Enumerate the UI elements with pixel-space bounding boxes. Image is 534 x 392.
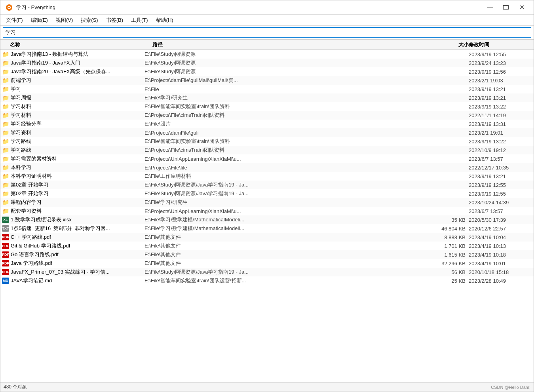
cell-name: 📁 第02章 开始学习 (2, 190, 144, 197)
cell-date: 2023/9/19 12:56 (469, 69, 532, 75)
file-name: 学习资料 (11, 129, 31, 136)
md-icon: MD (2, 278, 9, 284)
main-window: 学习 - Everything — 🗖 ✕ 文件(F)编辑(E)视图(V)搜索(… (0, 0, 534, 392)
header-size[interactable]: 大小 (429, 41, 469, 48)
cell-name: 📁 学习 (2, 86, 144, 93)
table-header: 名称 路径 大小 修改时间 (0, 40, 534, 50)
cell-name: 📁 学习需要的素材资料 (2, 155, 144, 162)
table-row[interactable]: 📁 第02章 开始学习 E:\File\Study\网课资源\Java学习指南1… (0, 181, 534, 189)
table-row[interactable]: 📁 Java学习指南20 - JavaFX高级（先点保存... E:\File\… (0, 67, 534, 76)
header-path[interactable]: 路径 (152, 41, 429, 48)
table-row[interactable]: PDF C++ 学习路线.pdf E:\File\其他文件 8,888 KB 2… (0, 233, 534, 242)
table-row[interactable]: PDF JavaFX_Primer_07_03 实战练习 - 学习信... E:… (0, 268, 534, 276)
cell-path: E:\File\Study\网课资源 (144, 68, 429, 75)
file-name: JavaFX_Primer_07_03 实战练习 - 学习信... (11, 268, 110, 276)
search-input[interactable] (3, 27, 531, 38)
file-name: 学习材料 (11, 112, 31, 119)
cell-date: 2023/9/19 13:21 (469, 173, 532, 179)
folder-icon: 📁 (2, 190, 9, 197)
pdf-icon: PDF (2, 269, 9, 275)
header-date[interactable]: 修改时间 (469, 41, 532, 48)
table-row[interactable]: 📁 Java学习指南13 - 数据结构与算法 E:\File\Study\网课资… (0, 50, 534, 59)
table-body: 📁 Java学习指南13 - 数据结构与算法 E:\File\Study\网课资… (0, 50, 534, 382)
cell-name: 📁 学习周报 (2, 94, 144, 101)
cell-path: E:\File\智能车间实验室\train\团队资料 (144, 103, 429, 110)
folder-icon: 📁 (2, 138, 9, 145)
table-row[interactable]: TXT 1点5倍速_更新16_第9部分_非对称学习因... E:\File\学习… (0, 224, 534, 233)
cell-size: 56 KB (429, 269, 469, 275)
file-name: 1点5倍速_更新16_第9部分_非对称学习因... (11, 225, 110, 232)
minimize-button[interactable]: — (483, 2, 497, 13)
status-credit: CSDN @Hello Dam; (491, 385, 530, 390)
table-row[interactable]: PDF Go 语言学习路线.pdf E:\File\其他文件 1,615 KB … (0, 250, 534, 259)
folder-icon: 📁 (2, 182, 9, 188)
cell-size: 1,615 KB (429, 252, 469, 258)
cell-name: 📁 前端学习 (2, 77, 144, 84)
cell-name: 📁 Java学习指南19 - JavaFX入门 (2, 59, 144, 67)
table-row[interactable]: PDF Java 学习路线.pdf E:\File\其他文件 32,296 KB… (0, 259, 534, 268)
cell-name: PDF Java 学习路线.pdf (2, 260, 144, 267)
cell-date: 2023/4/19 10:18 (469, 252, 532, 258)
table-row[interactable]: 📁 学习周报 E:\File\学习\研究生 2023/9/19 13:21 (0, 93, 534, 102)
cell-date: 2023/4/19 10:04 (469, 234, 532, 240)
table-row[interactable]: 📁 学习 E:\File 2023/9/19 13:21 (0, 85, 534, 93)
table-row[interactable]: 📁 第02章 开始学习 E:\File\Study\网课资源\Java学习指南1… (0, 189, 534, 198)
menu-item[interactable]: 帮助(H) (152, 15, 177, 25)
table-row[interactable]: 📁 学习材料 E:\Projects\File\cimsTrain\团队资料 2… (0, 111, 534, 120)
table-row[interactable]: 📁 Java学习指南19 - JavaFX入门 E:\File\Study\网课… (0, 59, 534, 67)
table-row[interactable]: 📁 本科学习 E:\Projects\File\file 2022/12/17 … (0, 163, 534, 172)
file-name: 本科学习 (11, 164, 31, 171)
cell-path: E:\File\照片 (144, 120, 429, 127)
table-row[interactable]: 📁 前端学习 E:\Projects\damFile\guliMall\guli… (0, 76, 534, 85)
cell-date: 2020/10/18 15:18 (469, 269, 532, 275)
search-bar (0, 26, 534, 40)
status-count: 480 个对象 (4, 384, 27, 390)
table-row[interactable]: 📁 学习资料 E:\Projects\damFile\guli 2023/2/1… (0, 128, 534, 137)
menu-item[interactable]: 搜索(S) (77, 15, 102, 25)
table-row[interactable]: 📁 课程内容学习 E:\File\学习\研究生 2023/10/24 14:39 (0, 198, 534, 207)
file-name: 课程内容学习 (11, 199, 42, 206)
menu-item[interactable]: 工具(T) (127, 15, 152, 25)
file-name: JAVA学习笔记.md (11, 277, 52, 284)
table-row[interactable]: PDF Git & GitHub 学习路线.pdf E:\File\其他文件 1… (0, 242, 534, 250)
file-name: Java 学习路线.pdf (11, 260, 52, 267)
cell-name: 📁 学习经验分享 (2, 120, 144, 127)
cell-date: 2023/2/28 10:49 (469, 278, 532, 284)
table-row[interactable]: XL 1.数学学习成绩记录表.xlsx E:\File\学习\数学建模\Math… (0, 215, 534, 224)
menu-item[interactable]: 文件(F) (2, 15, 27, 25)
maximize-button[interactable]: 🗖 (499, 2, 513, 13)
excel-icon: XL (2, 217, 9, 223)
close-button[interactable]: ✕ (515, 2, 529, 13)
file-name: 配套学习资料 (11, 207, 42, 215)
file-name: Java学习指南20 - JavaFX高级（先点保存... (11, 68, 110, 75)
folder-icon: 📁 (2, 95, 9, 101)
cell-path: E:\Projects\File\cimsTrain\团队资料 (144, 147, 429, 154)
cell-path: E:\File\工作应聘材料 (144, 173, 429, 180)
table-row[interactable]: 📁 学习路线 E:\Projects\File\cimsTrain\团队资料 2… (0, 146, 534, 154)
cell-path: E:\File\其他文件 (144, 234, 429, 241)
file-name: 学习材料 (11, 103, 31, 110)
app-icon (5, 4, 13, 11)
table-row[interactable]: 📁 学习需要的素材资料 E:\Projects\UniAppLearning\X… (0, 154, 534, 163)
file-name: 前端学习 (11, 77, 31, 84)
cell-date: 2023/9/19 12:55 (469, 182, 532, 188)
header-name[interactable]: 名称 (2, 41, 152, 48)
folder-icon: 📁 (2, 164, 9, 171)
menu-item[interactable]: 编辑(E) (27, 15, 52, 25)
cell-path: E:\File\其他文件 (144, 260, 429, 267)
table-row[interactable]: MD JAVA学习笔记.md E:\File\智能车间实验室\train\团队运… (0, 276, 534, 285)
cell-path: E:\File\Study\网课资源\Java学习指南19 - Ja... (144, 268, 429, 276)
folder-icon: 📁 (2, 86, 9, 92)
table-row[interactable]: 📁 本科学习证明材料 E:\File\工作应聘材料 2023/9/19 13:2… (0, 172, 534, 181)
table-row[interactable]: 📁 学习材料 E:\File\智能车间实验室\train\团队资料 2023/9… (0, 102, 534, 111)
cell-name: 📁 配套学习资料 (2, 207, 144, 215)
menu-item[interactable]: 书签(B) (102, 15, 127, 25)
cell-name: 📁 学习材料 (2, 103, 144, 110)
table-row[interactable]: 📁 配套学习资料 E:\Projects\UniAppLearning\Xian… (0, 207, 534, 215)
file-name: 学习经验分享 (11, 120, 42, 127)
table-row[interactable]: 📁 学习路线 E:\File\智能车间实验室\train\团队资料 2023/9… (0, 137, 534, 146)
cell-size: 35 KB (429, 217, 469, 223)
table-row[interactable]: 📁 学习经验分享 E:\File\照片 2023/9/19 13:31 (0, 120, 534, 128)
menu-item[interactable]: 视图(V) (52, 15, 77, 25)
cell-size: 32,296 KB (429, 261, 469, 266)
